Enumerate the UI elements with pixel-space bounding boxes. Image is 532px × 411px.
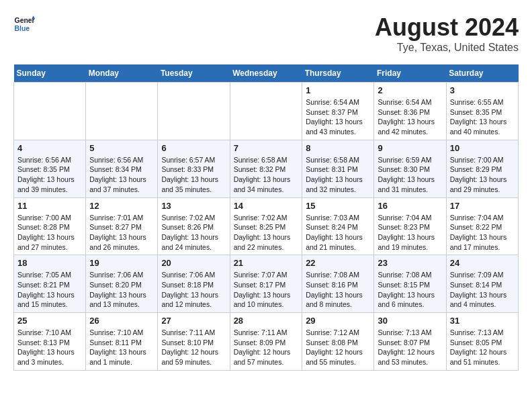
calendar-cell: 14Sunrise: 7:02 AM Sunset: 8:25 PM Dayli…	[230, 197, 302, 255]
day-number: 10	[450, 143, 515, 153]
day-number: 1	[306, 85, 370, 95]
logo: General Blue General Blue	[13, 13, 35, 35]
calendar-week-row: 1Sunrise: 6:54 AM Sunset: 8:37 PM Daylig…	[14, 83, 519, 140]
day-info: Sunrise: 7:03 AM Sunset: 8:24 PM Dayligh…	[306, 213, 370, 253]
day-number: 5	[89, 143, 154, 153]
calendar-cell: 27Sunrise: 7:11 AM Sunset: 8:10 PM Dayli…	[158, 313, 230, 371]
calendar-cell: 3Sunrise: 6:55 AM Sunset: 8:35 PM Daylig…	[446, 83, 518, 140]
calendar-cell: 19Sunrise: 7:06 AM Sunset: 8:20 PM Dayli…	[86, 255, 158, 313]
day-number: 28	[234, 316, 299, 326]
day-number: 31	[450, 316, 515, 326]
calendar-header: SundayMondayTuesdayWednesdayThursdayFrid…	[14, 64, 519, 83]
day-number: 12	[89, 201, 154, 211]
day-info: Sunrise: 7:10 AM Sunset: 8:13 PM Dayligh…	[17, 328, 82, 367]
day-info: Sunrise: 6:54 AM Sunset: 8:36 PM Dayligh…	[378, 97, 442, 137]
day-info: Sunrise: 6:55 AM Sunset: 8:35 PM Dayligh…	[450, 97, 515, 137]
day-number: 24	[450, 258, 515, 268]
calendar-column-header: Thursday	[302, 64, 374, 83]
calendar-week-row: 25Sunrise: 7:10 AM Sunset: 8:13 PM Dayli…	[14, 313, 519, 371]
calendar-week-row: 18Sunrise: 7:05 AM Sunset: 8:21 PM Dayli…	[14, 255, 519, 313]
day-info: Sunrise: 7:05 AM Sunset: 8:21 PM Dayligh…	[17, 270, 82, 310]
calendar-week-row: 11Sunrise: 7:00 AM Sunset: 8:28 PM Dayli…	[14, 197, 519, 255]
calendar-cell: 20Sunrise: 7:06 AM Sunset: 8:18 PM Dayli…	[158, 255, 230, 313]
day-info: Sunrise: 7:11 AM Sunset: 8:10 PM Dayligh…	[161, 328, 226, 367]
day-info: Sunrise: 7:12 AM Sunset: 8:08 PM Dayligh…	[306, 328, 370, 367]
title-block: August 2024 Tye, Texas, United States	[375, 13, 519, 54]
calendar-cell: 8Sunrise: 6:58 AM Sunset: 8:31 PM Daylig…	[302, 140, 374, 197]
calendar-week-row: 4Sunrise: 6:56 AM Sunset: 8:35 PM Daylig…	[14, 140, 519, 197]
day-info: Sunrise: 7:13 AM Sunset: 8:07 PM Dayligh…	[378, 328, 442, 367]
day-info: Sunrise: 6:54 AM Sunset: 8:37 PM Dayligh…	[306, 97, 370, 137]
logo-icon: General Blue	[13, 13, 35, 35]
page-subtitle: Tye, Texas, United States	[375, 42, 519, 54]
day-number: 26	[89, 316, 154, 326]
svg-text:Blue: Blue	[15, 25, 30, 32]
day-info: Sunrise: 7:01 AM Sunset: 8:27 PM Dayligh…	[89, 213, 154, 253]
calendar-cell: 13Sunrise: 7:02 AM Sunset: 8:26 PM Dayli…	[158, 197, 230, 255]
day-number: 21	[234, 258, 299, 268]
day-info: Sunrise: 7:06 AM Sunset: 8:18 PM Dayligh…	[161, 270, 226, 310]
calendar-column-header: Sunday	[14, 64, 86, 83]
day-info: Sunrise: 6:56 AM Sunset: 8:34 PM Dayligh…	[89, 155, 154, 195]
calendar-cell: 2Sunrise: 6:54 AM Sunset: 8:36 PM Daylig…	[374, 83, 446, 140]
calendar-cell	[158, 83, 230, 140]
calendar-cell: 28Sunrise: 7:11 AM Sunset: 8:09 PM Dayli…	[230, 313, 302, 371]
day-info: Sunrise: 7:00 AM Sunset: 8:29 PM Dayligh…	[450, 155, 515, 195]
day-info: Sunrise: 6:58 AM Sunset: 8:32 PM Dayligh…	[234, 155, 299, 195]
calendar-cell	[86, 83, 158, 140]
day-number: 16	[378, 201, 442, 211]
day-info: Sunrise: 7:07 AM Sunset: 8:17 PM Dayligh…	[234, 270, 299, 310]
calendar-table: SundayMondayTuesdayWednesdayThursdayFrid…	[13, 64, 519, 371]
calendar-cell: 31Sunrise: 7:13 AM Sunset: 8:05 PM Dayli…	[446, 313, 518, 371]
calendar-cell: 15Sunrise: 7:03 AM Sunset: 8:24 PM Dayli…	[302, 197, 374, 255]
day-number: 13	[161, 201, 226, 211]
calendar-cell	[14, 83, 86, 140]
calendar-cell: 5Sunrise: 6:56 AM Sunset: 8:34 PM Daylig…	[86, 140, 158, 197]
calendar-cell: 1Sunrise: 6:54 AM Sunset: 8:37 PM Daylig…	[302, 83, 374, 140]
calendar-cell: 29Sunrise: 7:12 AM Sunset: 8:08 PM Dayli…	[302, 313, 374, 371]
calendar-column-header: Monday	[86, 64, 158, 83]
calendar-column-header: Tuesday	[158, 64, 230, 83]
day-number: 14	[234, 201, 299, 211]
day-number: 8	[306, 143, 370, 153]
calendar-cell: 6Sunrise: 6:57 AM Sunset: 8:33 PM Daylig…	[158, 140, 230, 197]
day-number: 7	[234, 143, 299, 153]
calendar-cell: 17Sunrise: 7:04 AM Sunset: 8:22 PM Dayli…	[446, 197, 518, 255]
calendar-cell: 4Sunrise: 6:56 AM Sunset: 8:35 PM Daylig…	[14, 140, 86, 197]
day-number: 3	[450, 85, 515, 95]
calendar-cell: 24Sunrise: 7:09 AM Sunset: 8:14 PM Dayli…	[446, 255, 518, 313]
day-number: 17	[450, 201, 515, 211]
day-info: Sunrise: 7:02 AM Sunset: 8:26 PM Dayligh…	[161, 213, 226, 253]
calendar-cell: 10Sunrise: 7:00 AM Sunset: 8:29 PM Dayli…	[446, 140, 518, 197]
day-number: 25	[17, 316, 82, 326]
day-info: Sunrise: 7:04 AM Sunset: 8:22 PM Dayligh…	[450, 213, 515, 253]
calendar-cell: 7Sunrise: 6:58 AM Sunset: 8:32 PM Daylig…	[230, 140, 302, 197]
calendar-column-header: Saturday	[446, 64, 518, 83]
calendar-body: 1Sunrise: 6:54 AM Sunset: 8:37 PM Daylig…	[14, 83, 519, 371]
day-number: 23	[378, 258, 442, 268]
calendar-cell: 25Sunrise: 7:10 AM Sunset: 8:13 PM Dayli…	[14, 313, 86, 371]
day-info: Sunrise: 7:13 AM Sunset: 8:05 PM Dayligh…	[450, 328, 515, 367]
calendar-column-header: Friday	[374, 64, 446, 83]
calendar-cell: 30Sunrise: 7:13 AM Sunset: 8:07 PM Dayli…	[374, 313, 446, 371]
calendar-cell: 9Sunrise: 6:59 AM Sunset: 8:30 PM Daylig…	[374, 140, 446, 197]
calendar-cell: 18Sunrise: 7:05 AM Sunset: 8:21 PM Dayli…	[14, 255, 86, 313]
calendar-cell: 16Sunrise: 7:04 AM Sunset: 8:23 PM Dayli…	[374, 197, 446, 255]
calendar-cell	[230, 83, 302, 140]
day-info: Sunrise: 7:00 AM Sunset: 8:28 PM Dayligh…	[17, 213, 82, 253]
day-number: 18	[17, 258, 82, 268]
day-number: 15	[306, 201, 370, 211]
day-number: 30	[378, 316, 442, 326]
day-info: Sunrise: 7:09 AM Sunset: 8:14 PM Dayligh…	[450, 270, 515, 310]
calendar-cell: 23Sunrise: 7:08 AM Sunset: 8:15 PM Dayli…	[374, 255, 446, 313]
day-number: 6	[161, 143, 226, 153]
day-info: Sunrise: 7:04 AM Sunset: 8:23 PM Dayligh…	[378, 213, 442, 253]
day-number: 11	[17, 201, 82, 211]
day-info: Sunrise: 7:02 AM Sunset: 8:25 PM Dayligh…	[234, 213, 299, 253]
day-info: Sunrise: 7:08 AM Sunset: 8:16 PM Dayligh…	[306, 270, 370, 310]
calendar-cell: 22Sunrise: 7:08 AM Sunset: 8:16 PM Dayli…	[302, 255, 374, 313]
day-info: Sunrise: 7:08 AM Sunset: 8:15 PM Dayligh…	[378, 270, 442, 310]
day-number: 2	[378, 85, 442, 95]
day-info: Sunrise: 6:57 AM Sunset: 8:33 PM Dayligh…	[161, 155, 226, 195]
day-info: Sunrise: 6:58 AM Sunset: 8:31 PM Dayligh…	[306, 155, 370, 195]
